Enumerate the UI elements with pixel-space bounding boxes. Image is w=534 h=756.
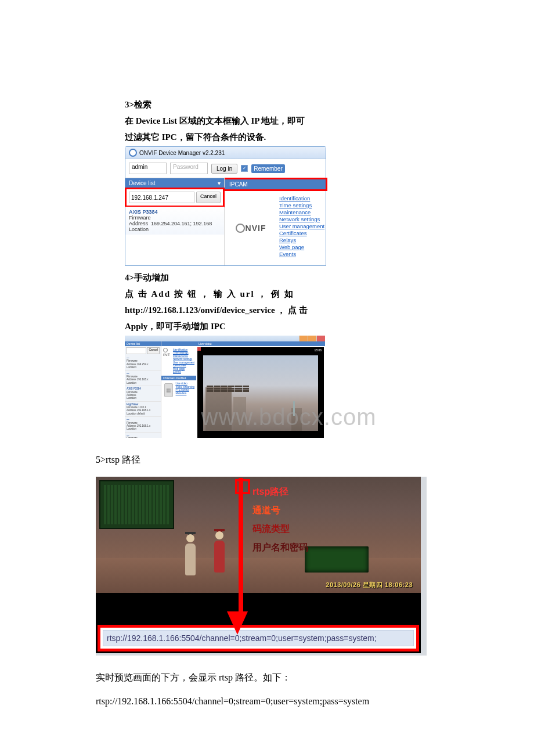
- device-list-header: Device list ▾: [125, 178, 224, 188]
- device-list-panel: Device list ▾ Cancel AXIS P3384 Firmware…: [125, 178, 225, 265]
- sec4-line1: 点 击 Add 按 钮 ， 输 入 url ， 例 如: [125, 287, 453, 301]
- filter-input[interactable]: [126, 347, 146, 354]
- rtsp-url-text[interactable]: rtsp://192.168.1.166:5504/channel=0;stre…: [103, 630, 414, 646]
- sec3-line1: 在 Device List 区域的文本框输入 IP 地址，即可: [125, 114, 453, 128]
- link-maintenance[interactable]: Maintenance: [279, 209, 324, 215]
- video-panel: Live video 18:06 rtsp://192.168.1.166:55…: [196, 341, 325, 438]
- sec4-line3: Apply，即可手动增加 IPC: [125, 319, 453, 333]
- link-events[interactable]: Events: [279, 251, 324, 257]
- login-row: admin Password Log in ✓ Remember: [125, 159, 326, 178]
- nvt-links: Identification Time settings Maintenance…: [173, 348, 194, 374]
- device-name: AXIS P3384: [129, 209, 221, 215]
- cancel-button[interactable]: Cancel: [196, 192, 221, 203]
- link-identification[interactable]: Identification: [279, 195, 324, 201]
- sec3-line2: 过滤其它 IPC，留下符合条件的设备.: [125, 130, 453, 144]
- list-item[interactable]: —FirmwareAddress: [125, 433, 161, 438]
- main-panel: IPCAM NVIF Identification Time settings …: [225, 178, 327, 265]
- rtsp-url-highlight: rtsp://192.168.1.166:5504/channel=0;stre…: [98, 625, 419, 651]
- tab-header-highlight: IPCAM: [225, 178, 327, 191]
- link[interactable]: Time settings: [173, 351, 194, 354]
- rtsp-path-figure: 2013/09/26 星期四 18:06:23 rtsp://192.168.1…: [96, 477, 427, 656]
- tail-p1: 实时预览画面的下方，会显示 rtsp 路径。如下：: [96, 670, 453, 685]
- sec5-title: 5>rtsp 路径: [96, 452, 453, 467]
- filter-row: Cancel: [125, 346, 161, 355]
- link-user-management[interactable]: User management: [279, 223, 324, 229]
- snapshot-thumb: ▦: [164, 383, 173, 397]
- link[interactable]: Network settings: [173, 358, 194, 361]
- link[interactable]: Events: [173, 370, 194, 373]
- list-item[interactable]: HighViewFirmware 1.0.0.1Address 192.168.…: [125, 402, 161, 417]
- close-icon[interactable]: [316, 336, 325, 341]
- label-credentials: 用户名和密码: [252, 538, 308, 557]
- label-rtsp-path: rtsp路径: [252, 483, 308, 501]
- black-bar: [96, 593, 421, 623]
- onvif-livevideo-screenshot: Device list Cancel —FirmwareAddress 169.…: [125, 336, 325, 438]
- remember-checkbox[interactable]: ✓: [241, 165, 248, 172]
- sec3-title: 3>检索: [125, 98, 453, 111]
- link[interactable]: Maintenance: [173, 355, 194, 358]
- filter-input[interactable]: [129, 192, 194, 203]
- profile-links: Live video Video streaming PTZ control M…: [176, 382, 194, 395]
- profile-header: Channel1 Profile1: [161, 376, 196, 380]
- label-stream-type: 码流类型: [252, 520, 308, 538]
- filter-highlight: Cancel: [125, 188, 225, 207]
- label-channel: 通道号: [252, 501, 308, 520]
- login-button[interactable]: Log in: [211, 164, 237, 174]
- onvif-manager-screenshot: ONVIF Device Manager v2.2.231 admin Pass…: [125, 146, 326, 266]
- link-ptz[interactable]: PTZ control: [176, 388, 194, 391]
- video-content: [203, 355, 318, 431]
- link-metadata[interactable]: Metadata: [176, 392, 194, 395]
- link[interactable]: Certificates: [173, 364, 194, 367]
- link-video-streaming[interactable]: Video streaming: [176, 386, 194, 388]
- loc-label: Location: [129, 226, 149, 232]
- circuit-board: [99, 480, 174, 529]
- video-frame: 18:06: [197, 347, 324, 438]
- device-list-header: Device list: [125, 341, 161, 346]
- password-input[interactable]: Password: [170, 163, 208, 174]
- rec-indicator: [197, 347, 201, 351]
- list-item[interactable]: —FirmwareAddress 192.168.xLocation: [125, 371, 161, 387]
- app-icon: [129, 149, 137, 157]
- username-input[interactable]: admin: [129, 163, 167, 174]
- link-live-video[interactable]: Live video: [176, 382, 194, 385]
- osd-timestamp: 2013/09/26 星期四 18:06:23: [326, 581, 413, 589]
- device-list-panel: Device list Cancel —FirmwareAddress 169.…: [125, 341, 161, 438]
- annotation-labels: rtsp路径 通道号 码流类型 用户名和密码: [252, 483, 308, 557]
- chevron-icon: ▾: [218, 180, 221, 186]
- onvif-logo: NVIF: [225, 191, 277, 265]
- minimize-icon[interactable]: [299, 336, 308, 341]
- link-certificates[interactable]: Certificates: [279, 230, 324, 236]
- list-item[interactable]: AXIS P3384FirmwareAddressLocation: [125, 386, 161, 402]
- dev-board: [305, 546, 369, 573]
- addr-value: 169.254.204.161; 192.168: [151, 221, 212, 226]
- figurine: [183, 538, 198, 593]
- addr-label: Address: [129, 221, 148, 226]
- window-controls: [125, 336, 325, 341]
- figurine: [212, 535, 227, 593]
- mid-panel: nvif Identification Time settings Mainte…: [161, 341, 196, 438]
- window-title: ONVIF Device Manager v2.2.231: [139, 150, 225, 156]
- remember-label: Remember: [251, 164, 284, 173]
- timestamp-overlay: 18:06: [314, 348, 322, 352]
- link[interactable]: Identification: [173, 348, 194, 351]
- sec4-title: 4>手动增加: [125, 271, 453, 285]
- window-titlebar: ONVIF Device Manager v2.2.231: [125, 147, 326, 159]
- cancel-button[interactable]: Cancel: [147, 347, 160, 354]
- link-web-page[interactable]: Web page: [279, 244, 324, 250]
- maximize-icon[interactable]: [308, 336, 316, 341]
- fw-label: Firmware: [129, 215, 151, 221]
- device-item[interactable]: AXIS P3384 Firmware Address 169.254.204.…: [125, 207, 224, 235]
- tail-p2: rtsp://192.168.1.166:5504/channel=0;stre…: [96, 694, 453, 709]
- onvif-logo: nvif: [163, 348, 171, 357]
- settings-links: Identification Time settings Maintenance…: [277, 191, 327, 265]
- section-header: [161, 341, 196, 346]
- link-network-settings[interactable]: Network settings: [279, 216, 324, 222]
- sec4-line2: http://192.168.1.123/onvif/device_servic…: [125, 303, 453, 317]
- list-item[interactable]: —FirmwareAddress 192.168.1.xLocation: [125, 417, 161, 433]
- list-item[interactable]: —FirmwareAddress 169.254.xLocation: [125, 355, 161, 371]
- video-header: Live video: [196, 341, 325, 346]
- link-relays[interactable]: Relays: [279, 237, 324, 243]
- link[interactable]: Web page: [173, 368, 194, 370]
- link-time-settings[interactable]: Time settings: [279, 202, 324, 208]
- link[interactable]: User management: [173, 361, 194, 364]
